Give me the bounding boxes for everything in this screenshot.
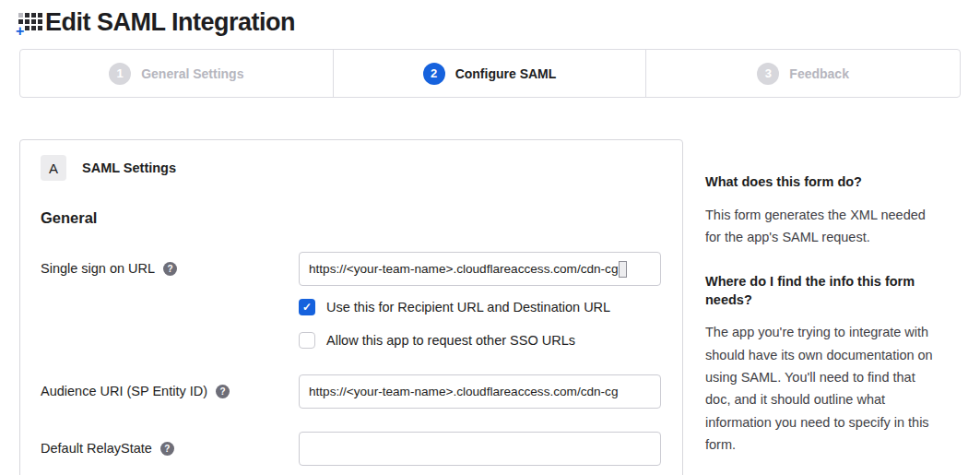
relay-label-group: Default RelayState ? <box>41 432 299 475</box>
step-1-circle: 1 <box>109 63 131 85</box>
recipient-checkbox-row: ✓ Use this for Recipient URL and Destina… <box>299 299 661 315</box>
sso-label: Single sign on URL <box>41 261 155 276</box>
step-1-label: General Settings <box>141 66 243 81</box>
other-sso-checkbox-label: Allow this app to request other SSO URLs <box>326 333 575 348</box>
step-configure-saml[interactable]: 2 Configure SAML <box>334 50 647 97</box>
step-3-circle: 3 <box>757 63 779 85</box>
section-badge: A <box>41 155 66 181</box>
audience-label-group: Audience URI (SP Entity ID) ? <box>41 374 299 409</box>
step-2-label: Configure SAML <box>455 66 557 81</box>
help-answer-1: This form generates the XML needed for t… <box>705 204 938 249</box>
sso-url-value: https://<your-team-name>.cloudflareacces… <box>309 262 618 276</box>
step-general-settings[interactable]: 1 General Settings <box>20 50 334 97</box>
help-question-2: Where do I find the info this form needs… <box>705 273 938 309</box>
sso-url-input[interactable]: https://<your-team-name>.cloudflareacces… <box>299 252 661 286</box>
relay-state-input[interactable] <box>299 432 661 466</box>
field-row-audience: Audience URI (SP Entity ID) ? https://<y… <box>41 374 682 409</box>
group-title-general: General <box>41 209 682 227</box>
audience-help-icon[interactable]: ? <box>216 385 230 398</box>
audience-uri-input[interactable]: https://<your-team-name>.cloudflareacces… <box>299 374 661 409</box>
panel-header: A SAML Settings <box>41 155 682 181</box>
help-answer-2: The app you're trying to integrate with … <box>705 321 938 456</box>
section-title: SAML Settings <box>82 160 176 175</box>
app-grid-plus-icon: + <box>17 8 42 36</box>
relay-controls: If no value is set, a blank RelayState i… <box>299 432 661 475</box>
help-question-1: What does this form do? <box>705 173 938 192</box>
recipient-checkbox[interactable]: ✓ <box>299 299 315 315</box>
step-feedback[interactable]: 3 Feedback <box>646 50 960 97</box>
relay-help-icon[interactable]: ? <box>160 442 174 456</box>
content-area: A SAML Settings General Single sign on U… <box>19 139 980 475</box>
saml-settings-panel: A SAML Settings General Single sign on U… <box>19 139 683 475</box>
relay-state-label: Default RelayState <box>41 441 152 456</box>
audience-controls: https://<your-team-name>.cloudflareacces… <box>299 374 661 409</box>
wizard-stepper: 1 General Settings 2 Configure SAML 3 Fe… <box>19 49 961 98</box>
sso-help-icon[interactable]: ? <box>163 262 177 276</box>
audience-uri-value: https://<your-team-name>.cloudflareacces… <box>309 385 618 398</box>
field-row-relay-state: Default RelayState ? If no value is set,… <box>41 432 682 475</box>
recipient-checkbox-label: Use this for Recipient URL and Destinati… <box>326 300 610 315</box>
other-sso-checkbox-row: Allow this app to request other SSO URLs <box>299 332 661 349</box>
plus-glyph: + <box>16 25 24 38</box>
field-row-sso: Single sign on URL ? https://<your-team-… <box>41 252 682 349</box>
help-sidebar: What does this form do? This form genera… <box>705 139 938 475</box>
other-sso-checkbox[interactable] <box>299 332 315 349</box>
audience-label: Audience URI (SP Entity ID) <box>41 384 207 398</box>
page-header: + Edit SAML Integration <box>0 0 980 37</box>
page-title: Edit SAML Integration <box>45 8 295 37</box>
step-3-label: Feedback <box>789 66 849 81</box>
text-cursor <box>619 261 627 278</box>
step-2-circle: 2 <box>423 63 445 85</box>
sso-controls: https://<your-team-name>.cloudflareacces… <box>299 252 661 349</box>
sso-label-group: Single sign on URL ? <box>41 252 299 349</box>
